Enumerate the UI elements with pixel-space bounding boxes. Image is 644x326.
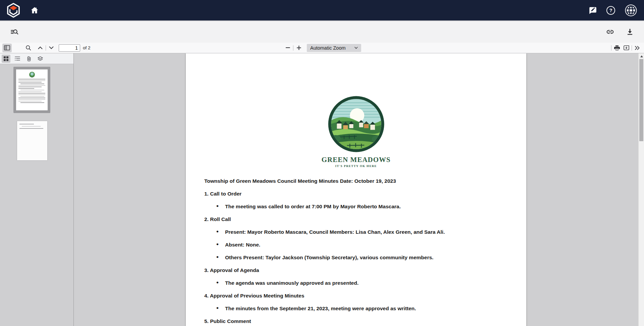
copy-link-button[interactable]: [604, 26, 616, 38]
download-icon: [626, 28, 634, 36]
thumbnail-list: [0, 64, 73, 160]
plus-icon: [297, 46, 301, 50]
section-heading: 5. Public Comment: [204, 318, 508, 324]
previous-page-button[interactable]: [36, 44, 45, 52]
scrollbar-thumb[interactable]: [639, 59, 643, 141]
minus-icon: [285, 47, 290, 48]
account-button[interactable]: [625, 4, 637, 17]
thumbnail-logo: [29, 72, 35, 77]
feedback-button[interactable]: [588, 6, 597, 15]
bullet-item: Others Present: Taylor Jackson (Township…: [204, 254, 508, 261]
feedback-icon: [588, 6, 597, 15]
document-body: Township of Green Meadows Council Meetin…: [186, 168, 526, 326]
document-logo: GREEN MEADOWS IT'S PRETTY OK HERE: [186, 53, 526, 168]
pdf-sidebar: [0, 53, 74, 326]
home-icon: [30, 6, 39, 15]
thumbnail-text-lines: [17, 124, 47, 129]
caret-down-icon: [354, 47, 358, 49]
section-heading: 2. Roll Call: [204, 216, 508, 222]
print-button[interactable]: [612, 44, 622, 52]
globe-icon: [625, 4, 637, 17]
chevron-up-icon: [38, 46, 43, 49]
section-heading: 3. Approval of Agenda: [204, 267, 508, 273]
sidebar-toggle-icon: [4, 45, 10, 50]
outline-icon: [15, 56, 20, 61]
bullet-item: The meeting was called to order at 7:00 …: [204, 203, 508, 210]
search-icon: [25, 45, 31, 51]
document-search-icon: [10, 28, 19, 36]
find-button[interactable]: [23, 44, 33, 52]
thumbnails-icon: [4, 56, 8, 61]
section-heading: 4. Approval of Previous Meeting Minutes: [204, 292, 508, 299]
bullet-item: The agenda was unanimously approved as p…: [204, 280, 508, 286]
outline-view-button[interactable]: [13, 55, 22, 63]
vertical-scrollbar[interactable]: [638, 53, 644, 326]
zoom-select[interactable]: Automatic Zoom: [307, 44, 361, 52]
layers-view-button[interactable]: [36, 55, 45, 63]
toolbar-divider: [46, 45, 46, 51]
app-logo-icon[interactable]: [7, 3, 20, 18]
pdf-page-1: GREEN MEADOWS IT'S PRETTY OK HERE Townsh…: [186, 53, 526, 326]
attachments-view-button[interactable]: [24, 55, 33, 63]
toolbar-divider: [293, 45, 293, 51]
chevron-down-icon: [49, 46, 54, 49]
zoom-select-label: Automatic Zoom: [310, 45, 346, 51]
help-button[interactable]: ?: [606, 6, 615, 15]
pdf-toolbar: of 2 Automatic Zoom: [0, 43, 644, 53]
link-icon: [606, 28, 614, 36]
more-tools-button[interactable]: [633, 44, 642, 52]
zoom-out-button[interactable]: [283, 44, 292, 52]
logo-tagline: IT'S PRETTY OK HERE: [186, 164, 526, 168]
paperclip-icon: [27, 56, 31, 61]
zoom-in-button[interactable]: [294, 44, 304, 52]
toolbar-divider: [632, 45, 632, 51]
scroll-up-arrow[interactable]: [639, 54, 644, 58]
bullet-item: Present: Mayor Roberto Mascara, Council …: [204, 229, 508, 235]
section-heading: 1. Call to Order: [204, 191, 508, 197]
document-search-button[interactable]: [9, 26, 20, 38]
help-icon: ?: [606, 6, 615, 15]
thumbnail-page-1[interactable]: [13, 67, 50, 113]
bullet-item: Absent: None.: [204, 241, 508, 248]
next-page-button[interactable]: [47, 44, 56, 52]
double-chevron-right-icon: [635, 46, 640, 50]
viewer-content: GREEN MEADOWS IT'S PRETTY OK HERE Townsh…: [0, 53, 644, 326]
sidebar-toggle-button[interactable]: [2, 44, 12, 52]
save-icon: [624, 45, 629, 51]
thumbnails-view-button[interactable]: [2, 55, 10, 63]
sidebar-view-switcher: [0, 53, 73, 64]
pdf-viewer-area: GREEN MEADOWS IT'S PRETTY OK HERE Townsh…: [74, 53, 644, 326]
layers-icon: [38, 56, 43, 61]
logo-title: GREEN MEADOWS: [186, 156, 526, 164]
save-button[interactable]: [622, 44, 631, 52]
thumbnail-page-2[interactable]: [17, 121, 47, 160]
thumbnail-text-lines: [16, 79, 48, 103]
green-meadows-emblem: [327, 95, 385, 153]
page-number-input[interactable]: [59, 44, 80, 52]
top-navbar: ?: [0, 0, 644, 21]
print-icon: [614, 45, 620, 51]
toolbar-divider: [611, 45, 611, 51]
document-title: Township of Green Meadows Council Meetin…: [204, 178, 508, 184]
bullet-item: The minutes from the September 21, 2023,…: [204, 305, 508, 312]
home-button[interactable]: [30, 6, 39, 15]
page-count-label: of 2: [83, 45, 91, 50]
app-toolbar: [0, 21, 644, 43]
download-button[interactable]: [625, 26, 635, 37]
